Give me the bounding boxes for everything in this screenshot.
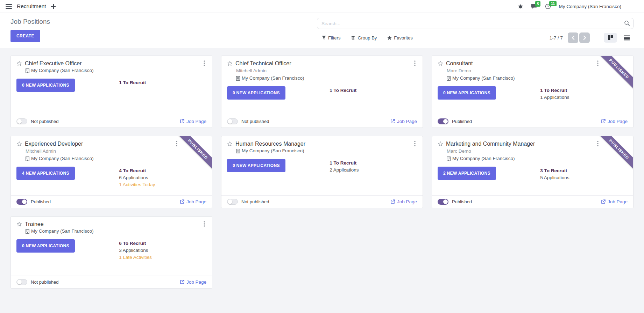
to-recruit-stat[interactable]: 6 To Recruit — [119, 240, 206, 247]
toggle-switch-on[interactable] — [438, 118, 448, 124]
kanban-view-button[interactable] — [604, 33, 617, 43]
favorites-button[interactable]: Favorites — [387, 35, 412, 41]
job-title[interactable]: Experienced Developer — [25, 141, 83, 147]
applications-stat[interactable]: 6 Applications — [119, 174, 206, 181]
job-page-link[interactable]: Job Page — [601, 199, 628, 204]
toggle-switch-on[interactable] — [438, 199, 448, 205]
job-page-link[interactable]: Job Page — [180, 199, 206, 204]
job-card[interactable]: PUBLISHED Consultant Marc Demo My Compan… — [432, 56, 634, 128]
job-title[interactable]: Chief Executive Officer — [25, 60, 82, 67]
create-button[interactable]: CREATE — [10, 30, 40, 42]
applications-stat[interactable]: 3 Applications — [119, 247, 206, 254]
pager-previous-button[interactable] — [568, 32, 578, 43]
user-avatar[interactable] — [629, 2, 638, 11]
job-page-link[interactable]: Job Page — [390, 199, 417, 204]
job-title[interactable]: Marketing and Community Manager — [446, 141, 535, 147]
favorite-star-icon[interactable] — [16, 141, 22, 147]
job-title[interactable]: Human Resources Manager — [235, 141, 305, 147]
building-icon — [447, 76, 451, 81]
publish-state-label: Not published — [31, 279, 59, 285]
toggle-switch-off[interactable] — [227, 199, 238, 205]
job-card[interactable]: PUBLISHED Marketing and Community Manage… — [432, 136, 634, 208]
bug-icon[interactable] — [518, 3, 523, 9]
favorite-star-icon[interactable] — [438, 141, 443, 147]
card-footer: Not published Job Page — [221, 115, 423, 128]
job-page-link[interactable]: Job Page — [601, 119, 628, 124]
job-card[interactable]: PUBLISHED Experienced Developer Mitchell… — [10, 136, 212, 208]
kebab-menu-icon[interactable] — [201, 60, 207, 67]
company-line: My Company (San Francisco) — [26, 228, 206, 235]
new-applications-button[interactable]: 0 NEW APPLICATIONS — [438, 86, 496, 100]
activities-count-badge: 11 — [549, 1, 556, 7]
kebab-menu-icon[interactable] — [595, 60, 601, 67]
toggle-switch-off[interactable] — [16, 118, 27, 124]
new-applications-button[interactable]: 0 NEW APPLICATIONS — [16, 79, 75, 92]
building-icon — [26, 68, 29, 73]
job-page-link[interactable]: Job Page — [390, 119, 417, 124]
to-recruit-stat[interactable]: 1 To Recruit — [540, 87, 628, 94]
kebab-menu-icon[interactable] — [595, 140, 601, 147]
hamburger-menu-icon[interactable] — [6, 4, 12, 9]
chevron-left-icon — [572, 36, 575, 40]
app-name[interactable]: Recruitment — [17, 3, 46, 9]
publish-toggle[interactable]: Not published — [16, 279, 59, 285]
applications-stat[interactable]: 5 Applications — [540, 174, 628, 181]
job-title[interactable]: Consultant — [446, 60, 473, 67]
job-page-link[interactable]: Job Page — [180, 119, 206, 124]
to-recruit-stat[interactable]: 1 To Recruit — [119, 79, 206, 86]
kebab-menu-icon[interactable] — [412, 140, 418, 147]
favorite-star-icon[interactable] — [16, 221, 22, 227]
publish-state-label: Not published — [241, 199, 269, 204]
search-input[interactable] — [317, 18, 634, 29]
favorite-star-icon[interactable] — [16, 61, 22, 66]
favorite-star-icon[interactable] — [438, 61, 443, 66]
toggle-switch-off[interactable] — [16, 279, 27, 285]
kebab-menu-icon[interactable] — [174, 140, 180, 147]
to-recruit-stat[interactable]: 3 To Recruit — [540, 167, 628, 174]
messages-icon[interactable]: 5 — [531, 3, 537, 9]
company-switcher[interactable]: My Company (San Francisco) — [559, 4, 621, 9]
filters-button[interactable]: Filters — [322, 35, 340, 41]
new-applications-button[interactable]: 0 NEW APPLICATIONS — [16, 239, 75, 253]
job-card[interactable]: Chief Technical Officer Mitchell Admin M… — [221, 56, 423, 128]
new-applications-button[interactable]: 0 NEW APPLICATIONS — [227, 159, 285, 172]
publish-toggle[interactable]: Published — [438, 199, 472, 205]
job-title[interactable]: Trainee — [25, 221, 44, 227]
favorite-star-icon[interactable] — [227, 61, 233, 66]
publish-toggle[interactable]: Not published — [227, 199, 269, 205]
group-by-button[interactable]: Group By — [351, 35, 377, 41]
pager-next-button[interactable] — [579, 32, 590, 43]
activities-stat[interactable]: 1 Activities Today — [119, 181, 206, 188]
card-stats: 1 To Recruit 1 Applications — [540, 86, 628, 101]
applications-stat[interactable]: 2 Applications — [330, 167, 417, 174]
kebab-menu-icon[interactable] — [201, 220, 207, 227]
toggle-switch-off[interactable] — [227, 118, 238, 124]
list-view-button[interactable] — [620, 33, 634, 43]
activities-stat[interactable]: 1 Late Activities — [119, 254, 206, 261]
favorite-star-icon — [387, 36, 392, 40]
favorite-star-icon[interactable] — [227, 141, 233, 147]
publish-toggle[interactable]: Not published — [227, 118, 269, 124]
search-icon[interactable] — [624, 20, 630, 28]
external-link-icon — [180, 119, 184, 124]
job-card[interactable]: Trainee My Company (San Francisco) 0 NEW… — [10, 216, 212, 289]
kebab-menu-icon[interactable] — [412, 60, 418, 67]
new-applications-button[interactable]: 2 NEW APPLICATIONS — [438, 167, 496, 180]
to-recruit-stat[interactable]: 1 To Recruit — [330, 87, 417, 94]
filter-funnel-icon — [322, 36, 326, 40]
to-recruit-stat[interactable]: 1 To Recruit — [330, 160, 417, 167]
publish-toggle[interactable]: Not published — [16, 118, 59, 124]
job-card[interactable]: Human Resources Manager My Company (San … — [221, 136, 423, 208]
publish-toggle[interactable]: Published — [16, 199, 51, 205]
job-title[interactable]: Chief Technical Officer — [235, 60, 291, 67]
toggle-switch-on[interactable] — [16, 199, 27, 205]
publish-toggle[interactable]: Published — [438, 118, 472, 124]
new-applications-button[interactable]: 0 NEW APPLICATIONS — [227, 86, 285, 100]
job-card[interactable]: Chief Executive Officer My Company (San … — [10, 56, 212, 128]
to-recruit-stat[interactable]: 4 To Recruit — [119, 167, 206, 174]
plus-icon[interactable] — [51, 4, 56, 9]
job-page-link[interactable]: Job Page — [180, 279, 206, 285]
applications-stat[interactable]: 1 Applications — [540, 94, 628, 101]
activities-clock-icon[interactable]: 11 — [545, 3, 551, 9]
new-applications-button[interactable]: 4 NEW APPLICATIONS — [16, 167, 75, 180]
